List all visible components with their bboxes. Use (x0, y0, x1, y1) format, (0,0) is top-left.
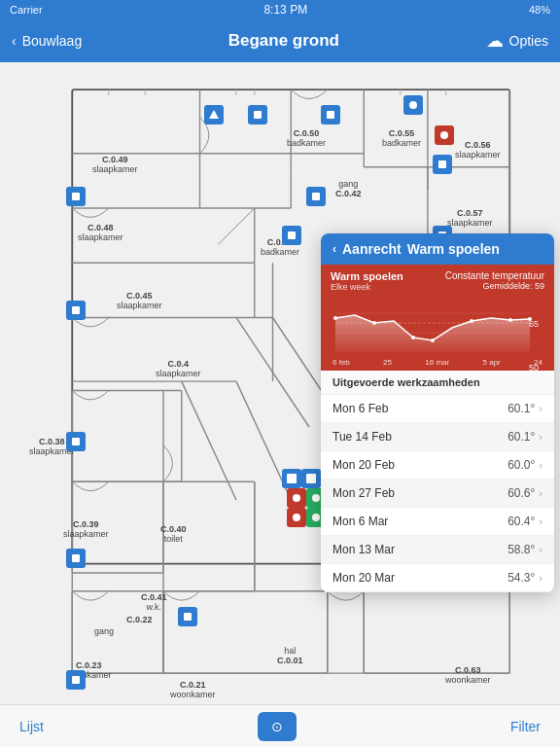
svg-rect-56 (287, 474, 297, 483)
list-item-chevron: › (539, 516, 542, 527)
tab-camera-button[interactable]: ⊙ (258, 712, 297, 741)
device-cluster-red-2[interactable] (287, 508, 306, 527)
svg-point-67 (431, 338, 435, 342)
svg-rect-26 (163, 591, 328, 673)
chart-avg: Gemiddelde: 59 (445, 281, 544, 291)
tab-filter[interactable]: Filter (510, 719, 541, 734)
list-item-label: Tue 14 Feb (332, 430, 392, 444)
device-icon-11[interactable] (66, 549, 86, 568)
battery-label: 48% (529, 4, 550, 16)
svg-rect-50 (72, 193, 80, 200)
svg-point-58 (293, 494, 300, 502)
popup-list-header: Uitgevoerde werkzaamheden (321, 371, 554, 395)
device-icon-6[interactable] (282, 226, 301, 245)
list-item-chevron: › (539, 403, 542, 414)
chevron-left-icon: ‹ (12, 33, 17, 49)
list-item-value: 60.1° › (508, 402, 542, 415)
nav-options-area: ☁ Opties (486, 30, 548, 52)
list-item-label: Mon 13 Mar (332, 543, 395, 556)
list-item[interactable]: Mon 13 Mar 58.8° › (321, 536, 554, 564)
tab-lijst[interactable]: Lijst (19, 719, 44, 734)
list-item-chevron: › (539, 572, 542, 584)
svg-rect-25 (72, 591, 163, 673)
device-icon-10[interactable] (66, 432, 86, 451)
list-item[interactable]: Mon 6 Feb 60.1° › (321, 395, 554, 423)
svg-rect-48 (288, 231, 296, 239)
list-item-chevron: › (539, 431, 542, 443)
svg-rect-42 (254, 111, 262, 119)
popup-back-icon[interactable]: ‹ (332, 242, 336, 256)
list-item[interactable]: Mon 20 Mar 54.3° › (321, 564, 554, 592)
cloud-icon[interactable]: ☁ (486, 30, 504, 52)
list-item[interactable]: Tue 14 Feb 60.1° › (321, 423, 554, 451)
chart-temp-labels: 65 50 (529, 319, 539, 373)
list-item-label: Mon 27 Feb (332, 486, 395, 500)
list-item-value: 54.3° › (508, 571, 542, 585)
chart-avg-label: Gemiddelde: (482, 281, 532, 291)
list-item[interactable]: Mon 6 Mar 60.4° › (321, 508, 554, 536)
svg-point-45 (440, 131, 448, 139)
device-icon-red-2[interactable] (435, 125, 454, 145)
device-icon-3[interactable] (321, 105, 340, 124)
popup-header[interactable]: ‹ Aanrecht Warm spoelen (321, 233, 554, 265)
camera-icon: ⊙ (271, 719, 283, 734)
svg-rect-55 (184, 613, 192, 621)
list-item-label: Mon 20 Mar (332, 571, 395, 585)
svg-rect-43 (327, 111, 334, 119)
device-cluster-1[interactable] (282, 469, 301, 488)
time-label: 8:13 PM (263, 3, 307, 17)
svg-rect-46 (312, 193, 320, 200)
svg-rect-24 (163, 481, 255, 591)
popup-chart-area: Warm spoelen Elke week Constante tempera… (321, 265, 554, 371)
svg-point-61 (312, 514, 320, 521)
carrier-label: Carrier (10, 4, 43, 16)
chart-title-row: Warm spoelen Elke week Constante tempera… (331, 270, 544, 292)
list-item-value: 58.8° › (508, 543, 542, 556)
chart-avg-value: 59 (535, 281, 544, 291)
tab-bar: Lijst ⊙ Filter (0, 704, 560, 747)
chart-svg (331, 294, 544, 352)
device-icon-8[interactable] (66, 187, 86, 206)
device-cluster-2[interactable] (301, 469, 321, 488)
device-icon-5[interactable] (433, 155, 452, 174)
list-item-value: 60.6° › (508, 486, 542, 500)
device-icon-red-1[interactable] (403, 95, 423, 115)
list-item-value: 60.1° › (508, 430, 542, 444)
device-icon-2[interactable] (248, 105, 267, 124)
svg-rect-51 (72, 306, 80, 314)
svg-rect-23 (72, 481, 163, 573)
popup-panel: ‹ Aanrecht Warm spoelen Warm spoelen Elk… (321, 233, 554, 592)
nav-title: Begane grond (228, 31, 339, 51)
svg-rect-52 (72, 438, 80, 445)
list-item[interactable]: Mon 20 Feb 60.0° › (321, 451, 554, 480)
svg-point-68 (470, 319, 473, 323)
svg-rect-54 (72, 676, 80, 684)
device-icon-9[interactable] (66, 301, 86, 320)
chart-date-1: 6 feb (332, 358, 350, 367)
list-item[interactable]: Mon 27 Feb 60.6° › (321, 480, 554, 508)
chart-title: Warm spoelen (331, 270, 403, 282)
list-item-label: Mon 6 Mar (332, 515, 388, 528)
nav-back-button[interactable]: ‹ Bouwlaag (12, 33, 82, 49)
list-item-label: Mon 20 Feb (332, 458, 395, 472)
svg-point-44 (409, 101, 417, 109)
chart-date-2: 25 (383, 358, 392, 367)
svg-point-60 (293, 514, 300, 521)
list-item-value: 60.0° › (508, 458, 542, 472)
list-item-chevron: › (539, 544, 542, 555)
nav-bar: ‹ Bouwlaag Begane grond ☁ Opties (0, 19, 560, 62)
device-icon-4[interactable] (306, 187, 326, 206)
svg-rect-57 (306, 474, 316, 483)
device-icon-1[interactable] (204, 105, 224, 124)
chart-mode: Constante temperatuur (445, 270, 544, 281)
chart-temp-high: 65 (529, 319, 539, 329)
device-cluster-red-1[interactable] (287, 488, 306, 508)
device-icon-12[interactable] (66, 670, 86, 690)
device-icon-13[interactable] (178, 607, 197, 626)
svg-rect-47 (438, 160, 446, 168)
list-item-chevron: › (539, 459, 542, 471)
svg-rect-22 (72, 391, 182, 482)
chart-temp-low: 50 (529, 363, 539, 373)
svg-rect-53 (72, 554, 80, 562)
nav-options-label[interactable]: Opties (509, 33, 548, 49)
